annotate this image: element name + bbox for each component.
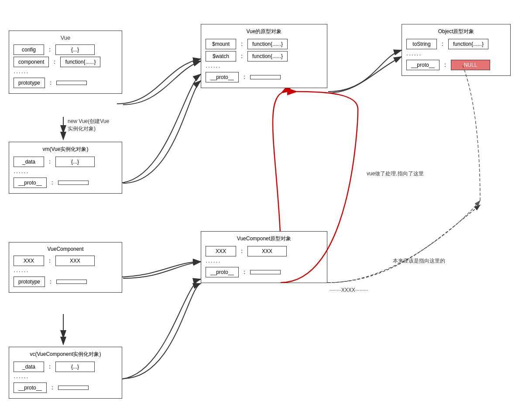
vuecomponent-box-title: VueComponent [14, 246, 117, 252]
object-proto-row: __proto__ ： NULL [406, 60, 506, 70]
object-tostring-key: toString [406, 39, 437, 49]
vue-box-title: Vue [14, 34, 117, 41]
vue-config-row: config ： {...} [14, 44, 117, 55]
vue-proto-box-title: Vue的原型对象 [206, 28, 323, 35]
vc-prototype-row: prototype ： [14, 277, 117, 287]
vc-inst-dots: ······ [14, 374, 117, 381]
vc-inst-proto-row: __proto__ ： [14, 382, 117, 393]
vue-prototype-row: prototype ： [14, 78, 117, 88]
vc-xxx-row: XXX ： XXX [14, 256, 117, 266]
vue-prototype-key: prototype [14, 78, 45, 88]
vue-proto-mount-value: function{......} [247, 39, 288, 49]
vuecomponent-proto-box: VueComponet原型对象 XXX ： XXX ······ __proto… [201, 231, 327, 283]
vue-proto-proto-row: __proto__ ： [206, 72, 323, 82]
vue-component-value: function{......} [60, 57, 100, 67]
vue-component-row: component ： function{......} [14, 57, 117, 67]
object-proto-box: Object原型对象 toString ： function{......} ·… [402, 24, 511, 76]
vuecomponent-proto-box-title: VueComponet原型对象 [206, 235, 323, 242]
vcp-dots: ······ [206, 258, 323, 265]
vue-proto-watch-row: $watch ： function{......} [206, 51, 323, 61]
vcp-xxx-value: XXX [247, 246, 287, 256]
object-proto-box-title: Object原型对象 [406, 28, 506, 35]
vm-proto-row: __proto__ ： [14, 178, 117, 188]
vm-box-title: vm(Vue实例化对象) [14, 146, 117, 153]
vue-proto-mount-row: $mount ： function{......} [206, 39, 323, 49]
vc-prototype-value [56, 280, 87, 284]
vc-dots: ······ [14, 268, 117, 275]
vcp-proto-row: __proto__ ： [206, 267, 323, 277]
vue-proto-box: Vue的原型对象 $mount ： function{......} $watc… [201, 24, 327, 88]
vm-data-row: _data ： {...} [14, 157, 117, 167]
vm-data-value: {...} [55, 157, 95, 167]
object-tostring-row: toString ： function{......} [406, 39, 506, 49]
vcp-proto-value [250, 270, 281, 274]
vm-proto-value [58, 181, 89, 185]
vue-proto-mount-key: $mount [206, 39, 236, 49]
diagram: Vue config ： {...} component ： function{… [0, 0, 522, 420]
vue-proto-proto-value [250, 75, 281, 79]
vcp-xxx-key: XXX [206, 246, 236, 256]
vc-inst-data-key: _data [14, 362, 44, 372]
vcp-proto-key: __proto__ [206, 267, 239, 277]
vc-inst-data-row: _data ： {...} [14, 362, 117, 372]
xxxx-label: ········XXXX········· [330, 287, 368, 293]
vue-proto-watch-key: $watch [206, 51, 236, 61]
vm-proto-key: __proto__ [14, 178, 47, 188]
originally-should-label: 本来应该是指向这里的 [393, 257, 445, 265]
vue-dots: ······ [14, 69, 117, 76]
object-tostring-value: function{......} [448, 39, 488, 49]
vue-prototype-value [56, 81, 87, 85]
vcp-xxx-row: XXX ： XXX [206, 246, 323, 256]
vc-instance-box: vc(VueComponent实例化对象) _data ： {...} ····… [9, 347, 122, 399]
vue-proto-watch-value: function{......} [247, 51, 288, 61]
vc-xxx-value: XXX [55, 256, 95, 266]
vc-prototype-key: prototype [14, 277, 45, 287]
vc-inst-proto-key: __proto__ [14, 382, 47, 393]
vc-xxx-key: XXX [14, 256, 44, 266]
vuecomponent-box: VueComponent XXX ： XXX ······ prototype … [9, 242, 122, 293]
vue-proto-dots: ······ [206, 63, 323, 70]
vm-data-key: _data [14, 157, 44, 167]
vue-config-key: config [14, 44, 44, 55]
vc-inst-proto-value [58, 386, 89, 390]
vue-component-key: component [14, 57, 49, 67]
vue-did-processing-label: vue做了处理,指向了这里 [367, 170, 424, 178]
object-proto-key: __proto__ [406, 60, 440, 70]
new-vue-label: new Vue(创建Vue实例化对象) [68, 118, 109, 133]
vc-inst-data-value: {...} [55, 362, 95, 372]
vue-config-value: {...} [55, 44, 95, 55]
vm-dots: ······ [14, 169, 117, 176]
vue-proto-proto-key: __proto__ [206, 72, 239, 82]
object-dots: ······ [406, 51, 506, 58]
object-proto-value: NULL [451, 60, 490, 70]
vc-instance-box-title: vc(VueComponent实例化对象) [14, 351, 117, 358]
vue-box: Vue config ： {...} component ： function{… [9, 31, 122, 94]
vm-box: vm(Vue实例化对象) _data ： {...} ······ __prot… [9, 142, 122, 194]
